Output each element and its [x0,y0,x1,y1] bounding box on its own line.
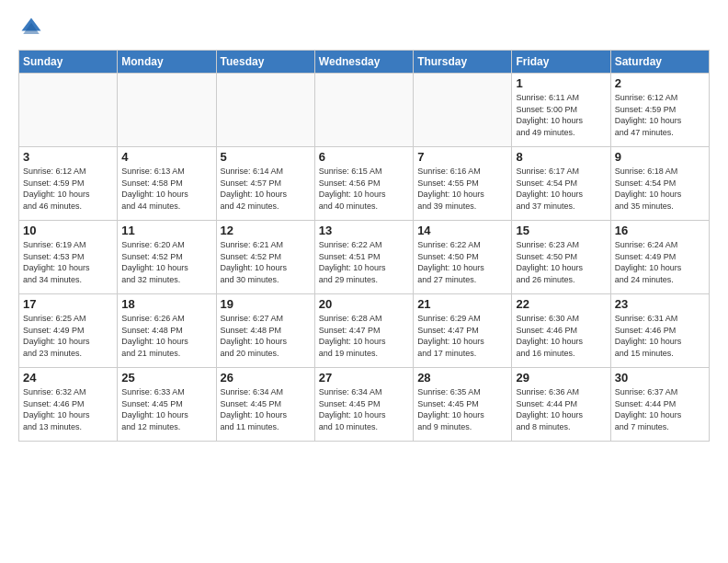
calendar-cell: 27Sunrise: 6:34 AM Sunset: 4:45 PM Dayli… [314,368,413,442]
day-number: 3 [23,150,113,164]
calendar-cell: 25Sunrise: 6:33 AM Sunset: 4:45 PM Dayli… [118,368,216,442]
day-info: Sunrise: 6:33 AM Sunset: 4:45 PM Dayligh… [121,386,211,432]
calendar-week-row: 24Sunrise: 6:32 AM Sunset: 4:46 PM Dayli… [19,368,710,442]
calendar-cell: 21Sunrise: 6:29 AM Sunset: 4:47 PM Dayli… [414,294,512,368]
day-number: 15 [516,224,606,237]
day-number: 19 [221,297,311,311]
day-number: 18 [121,297,211,311]
header [18,15,710,40]
day-info: Sunrise: 6:23 AM Sunset: 4:50 PM Dayligh… [516,239,606,285]
calendar-cell [118,74,216,147]
logo-icon [18,15,44,40]
calendar-day-header: Saturday [610,51,709,74]
day-info: Sunrise: 6:17 AM Sunset: 4:54 PM Dayligh… [516,166,606,212]
day-info: Sunrise: 6:14 AM Sunset: 4:57 PM Dayligh… [221,166,311,212]
day-number: 22 [516,297,606,311]
day-info: Sunrise: 6:28 AM Sunset: 4:47 PM Dayligh… [319,313,409,359]
day-info: Sunrise: 6:19 AM Sunset: 4:53 PM Dayligh… [23,239,113,285]
day-number: 27 [319,371,409,385]
calendar-day-header: Sunday [19,51,118,74]
calendar-day-header: Wednesday [314,51,413,74]
calendar-cell: 11Sunrise: 6:20 AM Sunset: 4:52 PM Dayli… [118,221,216,294]
calendar-day-header: Friday [512,51,610,74]
day-info: Sunrise: 6:21 AM Sunset: 4:52 PM Dayligh… [221,239,311,285]
calendar-cell: 28Sunrise: 6:35 AM Sunset: 4:45 PM Dayli… [414,368,512,442]
calendar-cell: 19Sunrise: 6:27 AM Sunset: 4:48 PM Dayli… [216,294,314,368]
day-info: Sunrise: 6:22 AM Sunset: 4:51 PM Dayligh… [319,239,409,285]
calendar-cell: 6Sunrise: 6:15 AM Sunset: 4:56 PM Daylig… [314,147,413,221]
day-info: Sunrise: 6:34 AM Sunset: 4:45 PM Dayligh… [221,386,311,432]
day-info: Sunrise: 6:26 AM Sunset: 4:48 PM Dayligh… [121,313,211,359]
calendar-cell [19,74,118,147]
day-number: 30 [615,371,705,385]
calendar-week-row: 10Sunrise: 6:19 AM Sunset: 4:53 PM Dayli… [19,221,710,294]
day-number: 2 [615,76,705,90]
day-info: Sunrise: 6:18 AM Sunset: 4:54 PM Dayligh… [615,166,705,212]
day-number: 9 [615,150,705,164]
day-number: 20 [319,297,409,311]
day-number: 26 [221,371,311,385]
day-number: 24 [23,371,113,385]
calendar-cell: 23Sunrise: 6:31 AM Sunset: 4:46 PM Dayli… [610,294,709,368]
day-info: Sunrise: 6:12 AM Sunset: 4:59 PM Dayligh… [23,166,113,212]
day-number: 14 [417,224,507,237]
day-info: Sunrise: 6:30 AM Sunset: 4:46 PM Dayligh… [516,313,606,359]
day-info: Sunrise: 6:32 AM Sunset: 4:46 PM Dayligh… [23,386,113,432]
calendar-cell: 8Sunrise: 6:17 AM Sunset: 4:54 PM Daylig… [512,147,610,221]
calendar-cell: 24Sunrise: 6:32 AM Sunset: 4:46 PM Dayli… [19,368,118,442]
day-info: Sunrise: 6:15 AM Sunset: 4:56 PM Dayligh… [319,166,409,212]
day-number: 6 [319,150,409,164]
day-info: Sunrise: 6:20 AM Sunset: 4:52 PM Dayligh… [121,239,211,285]
calendar-week-row: 1Sunrise: 6:11 AM Sunset: 5:00 PM Daylig… [19,74,710,147]
day-info: Sunrise: 6:12 AM Sunset: 4:59 PM Dayligh… [615,92,705,138]
day-number: 29 [516,371,606,385]
calendar-cell: 15Sunrise: 6:23 AM Sunset: 4:50 PM Dayli… [512,221,610,294]
calendar-cell: 22Sunrise: 6:30 AM Sunset: 4:46 PM Dayli… [512,294,610,368]
day-info: Sunrise: 6:25 AM Sunset: 4:49 PM Dayligh… [23,313,113,359]
day-number: 13 [319,224,409,237]
day-info: Sunrise: 6:24 AM Sunset: 4:49 PM Dayligh… [615,239,705,285]
day-info: Sunrise: 6:11 AM Sunset: 5:00 PM Dayligh… [516,92,606,138]
calendar-cell: 13Sunrise: 6:22 AM Sunset: 4:51 PM Dayli… [314,221,413,294]
calendar-cell: 26Sunrise: 6:34 AM Sunset: 4:45 PM Dayli… [216,368,314,442]
day-info: Sunrise: 6:13 AM Sunset: 4:58 PM Dayligh… [121,166,211,212]
day-number: 17 [23,297,113,311]
day-info: Sunrise: 6:36 AM Sunset: 4:44 PM Dayligh… [516,386,606,432]
calendar-cell: 14Sunrise: 6:22 AM Sunset: 4:50 PM Dayli… [414,221,512,294]
calendar-cell [414,74,512,147]
calendar-cell: 10Sunrise: 6:19 AM Sunset: 4:53 PM Dayli… [19,221,118,294]
day-info: Sunrise: 6:34 AM Sunset: 4:45 PM Dayligh… [319,386,409,432]
calendar-day-header: Tuesday [216,51,314,74]
calendar-cell: 12Sunrise: 6:21 AM Sunset: 4:52 PM Dayli… [216,221,314,294]
calendar-cell [314,74,413,147]
calendar-cell: 16Sunrise: 6:24 AM Sunset: 4:49 PM Dayli… [610,221,709,294]
calendar-cell: 30Sunrise: 6:37 AM Sunset: 4:44 PM Dayli… [610,368,709,442]
day-info: Sunrise: 6:35 AM Sunset: 4:45 PM Dayligh… [417,386,507,432]
day-info: Sunrise: 6:16 AM Sunset: 4:55 PM Dayligh… [417,166,507,212]
calendar-day-header: Thursday [414,51,512,74]
calendar-cell: 3Sunrise: 6:12 AM Sunset: 4:59 PM Daylig… [19,147,118,221]
day-number: 10 [23,224,113,237]
day-number: 8 [516,150,606,164]
day-info: Sunrise: 6:27 AM Sunset: 4:48 PM Dayligh… [221,313,311,359]
day-number: 25 [121,371,211,385]
calendar-cell: 5Sunrise: 6:14 AM Sunset: 4:57 PM Daylig… [216,147,314,221]
calendar-header-row: SundayMondayTuesdayWednesdayThursdayFrid… [19,51,710,74]
calendar-cell: 7Sunrise: 6:16 AM Sunset: 4:55 PM Daylig… [414,147,512,221]
day-number: 7 [417,150,507,164]
calendar-day-header: Monday [118,51,216,74]
day-info: Sunrise: 6:31 AM Sunset: 4:46 PM Dayligh… [615,313,705,359]
calendar-cell: 9Sunrise: 6:18 AM Sunset: 4:54 PM Daylig… [610,147,709,221]
day-number: 1 [516,76,606,90]
day-number: 21 [417,297,507,311]
logo [18,15,48,40]
calendar-cell: 1Sunrise: 6:11 AM Sunset: 5:00 PM Daylig… [512,74,610,147]
day-number: 23 [615,297,705,311]
day-number: 5 [221,150,311,164]
day-info: Sunrise: 6:37 AM Sunset: 4:44 PM Dayligh… [615,386,705,432]
day-info: Sunrise: 6:29 AM Sunset: 4:47 PM Dayligh… [417,313,507,359]
calendar: SundayMondayTuesdayWednesdayThursdayFrid… [18,50,710,442]
calendar-cell: 2Sunrise: 6:12 AM Sunset: 4:59 PM Daylig… [610,74,709,147]
day-number: 11 [121,224,211,237]
calendar-cell: 18Sunrise: 6:26 AM Sunset: 4:48 PM Dayli… [118,294,216,368]
